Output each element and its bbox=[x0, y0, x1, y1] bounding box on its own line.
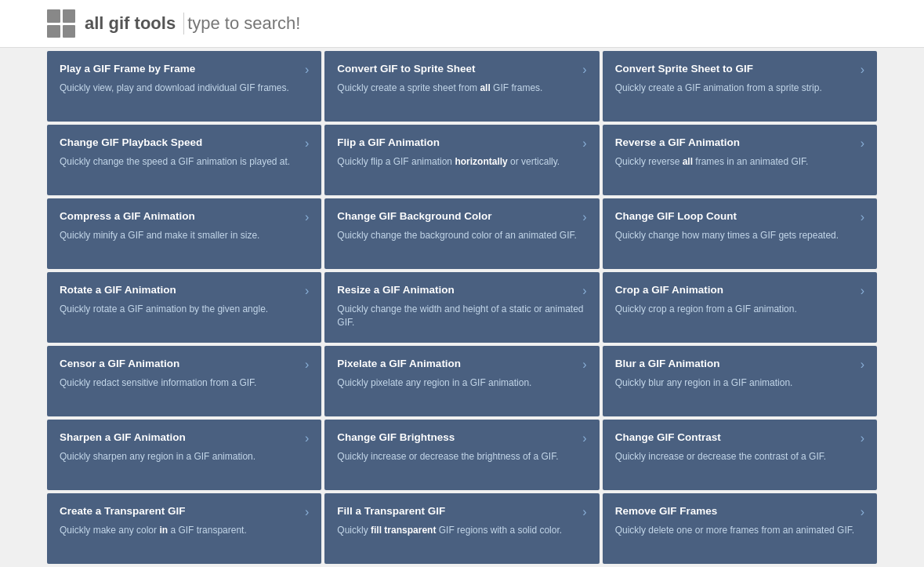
tool-desc: Quickly increase or decrease the contras… bbox=[615, 450, 864, 463]
tool-card[interactable]: Create a Transparent GIF›Quickly make an… bbox=[47, 493, 321, 564]
tool-desc: Quickly redact sensitive information fro… bbox=[60, 376, 309, 390]
tool-desc: Quickly flip a GIF animation horizontall… bbox=[337, 155, 586, 169]
tool-desc: Quickly rotate a GIF animation by the gi… bbox=[60, 303, 309, 316]
tool-title: Rotate a GIF Animation bbox=[60, 283, 305, 297]
tool-title: Convert Sprite Sheet to GIF bbox=[615, 62, 861, 76]
arrow-icon: › bbox=[305, 136, 309, 151]
tool-desc: Quickly increase or decrease the brightn… bbox=[337, 450, 586, 463]
tool-title: Remove GIF Frames bbox=[615, 504, 861, 518]
tool-title: Pixelate a GIF Animation bbox=[337, 357, 582, 371]
tool-desc: Quickly view, play and download individu… bbox=[60, 82, 309, 95]
tool-title: Reverse a GIF Animation bbox=[615, 136, 861, 150]
tool-title: Fill a Transparent GIF bbox=[337, 504, 582, 518]
tool-desc: Quickly minify a GIF and make it smaller… bbox=[60, 229, 309, 242]
arrow-icon: › bbox=[861, 136, 864, 151]
arrow-icon: › bbox=[582, 210, 586, 224]
arrow-icon: › bbox=[861, 431, 864, 445]
tool-card[interactable]: Reverse a GIF Animation›Quickly reverse … bbox=[603, 125, 877, 195]
tool-card[interactable]: Resize a GIF Animation›Quickly change th… bbox=[324, 272, 599, 343]
header-divider bbox=[183, 13, 184, 35]
search-input[interactable] bbox=[187, 13, 360, 34]
tool-title: Change GIF Playback Speed bbox=[60, 136, 305, 150]
arrow-icon: › bbox=[582, 431, 586, 445]
tool-card[interactable]: Flip a GIF Animation›Quickly flip a GIF … bbox=[324, 125, 599, 195]
logo-icon bbox=[47, 9, 75, 38]
tool-desc: Quickly create a GIF animation from a sp… bbox=[615, 82, 864, 95]
header: all gif tools bbox=[0, 0, 924, 48]
tool-card[interactable]: Compress a GIF Animation›Quickly minify … bbox=[47, 198, 321, 269]
arrow-icon: › bbox=[305, 505, 309, 519]
arrow-icon: › bbox=[861, 210, 864, 224]
tool-title: Change GIF Contrast bbox=[615, 431, 861, 445]
tool-desc: Quickly change how many times a GIF gets… bbox=[615, 229, 864, 242]
tool-desc: Quickly change the speed a GIF animation… bbox=[60, 155, 309, 169]
tool-desc: Quickly delete one or more frames from a… bbox=[615, 524, 864, 537]
arrow-icon: › bbox=[861, 505, 864, 519]
tool-card[interactable]: Pixelate a GIF Animation›Quickly pixelat… bbox=[324, 346, 599, 416]
tool-card[interactable]: Crop a GIF Animation›Quickly crop a regi… bbox=[603, 272, 877, 343]
tool-desc: Quickly change the background color of a… bbox=[337, 229, 586, 242]
tool-desc: Quickly make any color in a GIF transpar… bbox=[60, 524, 309, 537]
arrow-icon: › bbox=[305, 284, 309, 298]
tool-card[interactable]: Change GIF Brightness›Quickly increase o… bbox=[324, 420, 599, 490]
tool-card[interactable]: Rotate a GIF Animation›Quickly rotate a … bbox=[47, 272, 321, 343]
arrow-icon: › bbox=[305, 431, 309, 445]
tool-title: Blur a GIF Animation bbox=[615, 357, 861, 371]
tool-title: Create a Transparent GIF bbox=[60, 504, 305, 518]
tool-title: Convert GIF to Sprite Sheet bbox=[337, 62, 582, 76]
tool-desc: Quickly crop a region from a GIF animati… bbox=[615, 303, 864, 316]
tool-card[interactable]: Play a GIF Frame by Frame›Quickly view, … bbox=[47, 51, 321, 122]
arrow-icon: › bbox=[582, 358, 586, 372]
tool-card[interactable]: Convert GIF to Sprite Sheet›Quickly crea… bbox=[324, 51, 599, 122]
tool-card[interactable]: Convert Sprite Sheet to GIF›Quickly crea… bbox=[603, 51, 877, 122]
tool-card[interactable]: Censor a GIF Animation›Quickly redact se… bbox=[47, 346, 321, 416]
tool-card[interactable]: Sharpen a GIF Animation›Quickly sharpen … bbox=[47, 420, 321, 490]
tool-title: Change GIF Background Color bbox=[337, 209, 582, 224]
tool-card[interactable]: Blur a GIF Animation›Quickly blur any re… bbox=[603, 346, 877, 416]
tool-title: Flip a GIF Animation bbox=[337, 136, 582, 150]
tool-title: Resize a GIF Animation bbox=[337, 283, 582, 297]
tool-card[interactable]: Change GIF Playback Speed›Quickly change… bbox=[47, 125, 321, 195]
tool-title: Change GIF Brightness bbox=[337, 431, 582, 445]
tool-desc: Quickly pixelate any region in a GIF ani… bbox=[337, 376, 586, 390]
tool-desc: Quickly change the width and height of a… bbox=[337, 303, 586, 329]
arrow-icon: › bbox=[305, 358, 309, 372]
tool-card[interactable]: Fill a Transparent GIF›Quickly fill tran… bbox=[324, 493, 599, 564]
tool-desc: Quickly blur any region in a GIF animati… bbox=[615, 376, 864, 390]
arrow-icon: › bbox=[582, 63, 586, 77]
tool-card[interactable]: Change GIF Loop Count›Quickly change how… bbox=[603, 198, 877, 269]
tool-title: Change GIF Loop Count bbox=[615, 209, 861, 224]
arrow-icon: › bbox=[582, 505, 586, 519]
tool-title: Crop a GIF Animation bbox=[615, 283, 861, 297]
tool-title: Censor a GIF Animation bbox=[60, 357, 305, 371]
arrow-icon: › bbox=[582, 136, 586, 151]
arrow-icon: › bbox=[861, 284, 864, 298]
tool-card[interactable]: Change GIF Contrast›Quickly increase or … bbox=[603, 420, 877, 490]
tool-card[interactable]: Remove GIF Frames›Quickly delete one or … bbox=[603, 493, 877, 564]
tool-desc: Quickly reverse all frames in an animate… bbox=[615, 155, 864, 169]
tools-grid: Play a GIF Frame by Frame›Quickly view, … bbox=[0, 48, 924, 567]
tool-title: Play a GIF Frame by Frame bbox=[60, 62, 305, 76]
tool-title: Compress a GIF Animation bbox=[60, 209, 305, 224]
tool-desc: Quickly create a sprite sheet from all G… bbox=[337, 82, 586, 95]
tool-desc: Quickly fill transparent GIF regions wit… bbox=[337, 524, 586, 537]
tool-title: Sharpen a GIF Animation bbox=[60, 431, 305, 445]
tool-desc: Quickly sharpen any region in a GIF anim… bbox=[60, 450, 309, 463]
arrow-icon: › bbox=[305, 210, 309, 224]
arrow-icon: › bbox=[861, 63, 864, 77]
tool-card[interactable]: Change GIF Background Color›Quickly chan… bbox=[324, 198, 599, 269]
arrow-icon: › bbox=[861, 358, 864, 372]
arrow-icon: › bbox=[582, 284, 586, 298]
arrow-icon: › bbox=[305, 63, 309, 77]
header-title: all gif tools bbox=[85, 13, 176, 34]
